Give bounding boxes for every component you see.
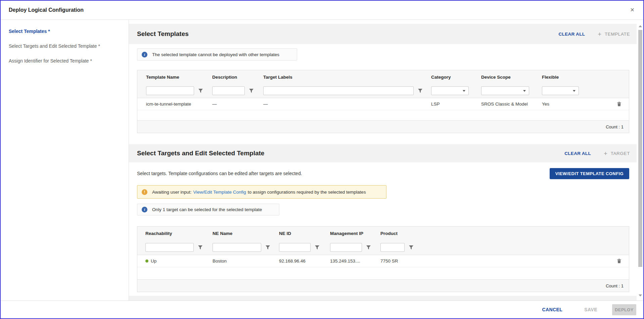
template-table-row[interactable]: icm-te-tunnel-template — — LSP SROS Clas…	[137, 98, 629, 110]
ne-id-filter-input[interactable]	[279, 243, 311, 252]
cell-device-scope: SROS Classic & Model	[472, 98, 533, 110]
targets-table-filter-row	[137, 240, 629, 255]
main-content: Select Templates CLEAR ALL + TEMPLATE i …	[129, 20, 643, 301]
plus-icon: +	[604, 150, 608, 157]
templates-table-footer: Count : 1	[137, 120, 629, 133]
scroll-down-arrow-icon[interactable]	[639, 294, 642, 296]
save-button[interactable]: SAVE	[582, 307, 599, 313]
column-header-reachability: Reachability	[137, 227, 204, 240]
dialog-title: Deploy Logical Configuration	[9, 7, 84, 13]
close-icon[interactable]: ✕	[630, 7, 635, 13]
sidebar-item-select-targets[interactable]: Select Targets and Edit Selected Templat…	[9, 43, 122, 49]
templates-table: Template Name Description Target Labels …	[137, 70, 629, 133]
column-header-product: Product	[373, 227, 597, 240]
ne-name-filter-input[interactable]	[213, 243, 261, 252]
column-header-management-ip: Management IP	[322, 227, 373, 240]
awaiting-input-warning-banner: ! Awaiting user input: View/Edit Templat…	[137, 185, 386, 199]
targets-table: Reachability NE Name NE ID Management IP…	[137, 226, 629, 292]
next-section-header-partial	[129, 296, 637, 301]
column-header-flexible: Flexible	[533, 70, 597, 84]
filter-icon[interactable]	[198, 245, 202, 249]
product-filter-input[interactable]	[380, 243, 405, 252]
targets-info-banner: i Only 1 target can be selected for the …	[137, 204, 279, 215]
add-template-button[interactable]: + TEMPLATE	[598, 31, 630, 37]
plus-icon: +	[598, 31, 602, 37]
device-scope-filter-select[interactable]	[481, 86, 529, 95]
column-header-ne-name: NE Name	[204, 227, 271, 240]
view-edit-template-config-button[interactable]: VIEW/EDIT TEMPLATE CONFIG	[550, 168, 629, 179]
templates-table-header: Template Name Description Target Labels …	[137, 70, 629, 84]
targets-clear-all-button[interactable]: CLEAR ALL	[564, 151, 591, 156]
dialog-body: Select Templates * Select Targets and Ed…	[1, 20, 643, 301]
cell-template-name: icm-te-tunnel-template	[137, 98, 203, 110]
steps-sidebar: Select Templates * Select Targets and Ed…	[1, 20, 129, 301]
templates-table-filter-row	[137, 84, 629, 98]
reachability-filter-input[interactable]	[145, 243, 194, 252]
cell-reachability: Up	[137, 255, 204, 267]
column-header-template-name: Template Name	[137, 70, 203, 84]
dialog-footer: CANCEL SAVE DEPLOY	[1, 301, 643, 318]
chevron-down-icon	[573, 90, 576, 92]
templates-clear-all-button[interactable]: CLEAR ALL	[559, 32, 585, 37]
targets-count: Count : 1	[606, 283, 624, 288]
filter-icon[interactable]	[409, 245, 413, 249]
template-name-filter-input[interactable]	[146, 86, 194, 95]
warning-icon: !	[142, 189, 147, 195]
targets-description-row: Select targets. Template configurations …	[137, 168, 629, 179]
templates-table-empty-space	[137, 110, 629, 120]
info-icon: i	[142, 52, 147, 57]
cell-ne-name: Boston	[204, 255, 271, 267]
target-table-row[interactable]: Up Boston 92.168.96.46 135.249.153.... 7…	[137, 255, 629, 267]
cell-category: LSP	[422, 98, 472, 110]
column-header-ne-id: NE ID	[271, 227, 322, 240]
dialog-titlebar: Deploy Logical Configuration ✕	[1, 1, 643, 20]
cell-flexible: Yes	[533, 98, 597, 110]
select-templates-section-header: Select Templates CLEAR ALL + TEMPLATE	[129, 24, 637, 44]
add-target-label: TARGET	[611, 151, 630, 156]
templates-info-banner: i The selected template cannot be deploy…	[137, 48, 297, 61]
column-header-device-scope: Device Scope	[472, 70, 533, 84]
chevron-down-icon	[463, 90, 465, 92]
management-ip-filter-input[interactable]	[330, 243, 362, 252]
filter-icon[interactable]	[418, 89, 422, 93]
category-filter-select[interactable]	[431, 86, 469, 95]
filter-icon[interactable]	[198, 89, 203, 93]
filter-icon[interactable]	[366, 245, 371, 249]
select-targets-section-header: Select Targets and Edit Selected Templat…	[129, 144, 637, 162]
deploy-logical-configuration-dialog: Deploy Logical Configuration ✕ Select Te…	[0, 0, 644, 319]
scrollbar-thumb[interactable]	[638, 30, 642, 267]
vertical-scrollbar[interactable]	[637, 20, 643, 301]
sidebar-item-select-templates[interactable]: Select Templates *	[9, 29, 122, 34]
targets-table-empty-space	[137, 267, 629, 279]
column-header-description: Description	[203, 70, 255, 84]
column-header-target-labels: Target Labels	[255, 70, 422, 84]
cell-target-labels: —	[255, 98, 422, 110]
chevron-down-icon	[523, 90, 526, 92]
add-target-button[interactable]: + TARGET	[604, 150, 630, 157]
sidebar-item-assign-identifier[interactable]: Assign Identifier for Selected Template …	[9, 58, 122, 64]
cell-ne-id: 92.168.96.46	[271, 255, 322, 267]
cancel-button[interactable]: CANCEL	[540, 307, 565, 313]
flexible-filter-select[interactable]	[542, 86, 579, 95]
warning-suffix: to assign configurations required by the…	[248, 190, 366, 195]
cell-management-ip: 135.249.153....	[322, 255, 373, 267]
info-icon: i	[142, 207, 147, 212]
reachability-value: Up	[151, 258, 156, 264]
filter-icon[interactable]	[249, 89, 254, 93]
description-filter-input[interactable]	[212, 86, 245, 95]
delete-target-icon[interactable]	[617, 258, 622, 264]
warning-prefix: Awaiting user input:	[152, 190, 192, 195]
cell-description: —	[203, 98, 255, 110]
targets-table-footer: Count : 1	[137, 279, 629, 292]
filter-icon[interactable]	[266, 245, 270, 249]
cell-product: 7750 SR	[373, 255, 597, 267]
target-labels-filter-input[interactable]	[263, 86, 414, 95]
deploy-button[interactable]: DEPLOY	[612, 304, 636, 315]
select-templates-title: Select Templates	[137, 30, 189, 38]
delete-template-icon[interactable]	[617, 102, 622, 107]
targets-table-header: Reachability NE Name NE ID Management IP…	[137, 227, 629, 240]
scroll-up-arrow-icon[interactable]	[639, 25, 642, 27]
view-edit-template-config-link[interactable]: View/Edit Template Config	[193, 190, 246, 195]
column-header-category: Category	[422, 70, 472, 84]
filter-icon[interactable]	[315, 245, 319, 249]
